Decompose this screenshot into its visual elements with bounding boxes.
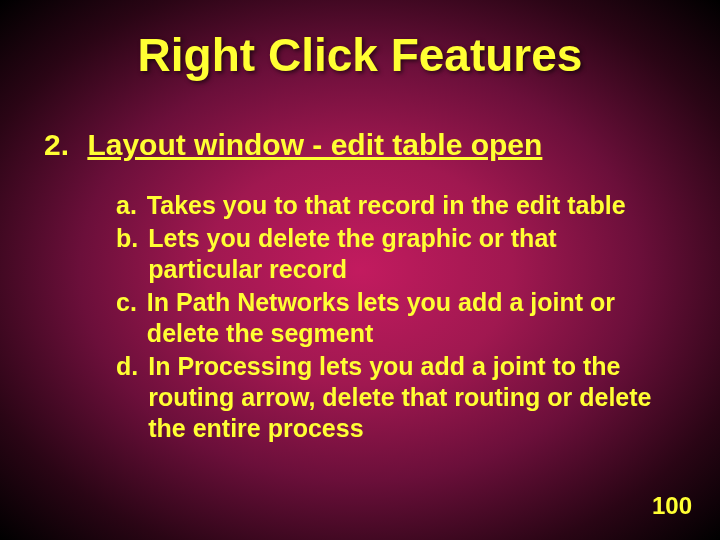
item-letter: c.: [116, 287, 137, 318]
list-item: a. Takes you to that record in the edit …: [116, 190, 656, 221]
item-text: Takes you to that record in the edit tab…: [147, 190, 656, 221]
slide: Right Click Features 2. Layout window - …: [0, 0, 720, 540]
item-text: Lets you delete the graphic or that part…: [148, 223, 656, 285]
list-item: b. Lets you delete the graphic or that p…: [116, 223, 656, 285]
section-text: Layout window - edit table open: [87, 128, 542, 161]
item-letter: b.: [116, 223, 138, 254]
item-text: In Processing lets you add a joint to th…: [148, 351, 656, 444]
slide-title: Right Click Features: [36, 28, 684, 82]
list-item: d. In Processing lets you add a joint to…: [116, 351, 656, 444]
section-number: 2.: [44, 128, 69, 162]
section-heading: 2. Layout window - edit table open: [44, 128, 684, 162]
page-number: 100: [652, 492, 692, 520]
item-text: In Path Networks lets you add a joint or…: [147, 287, 656, 349]
item-letter: d.: [116, 351, 138, 382]
item-letter: a.: [116, 190, 137, 221]
item-list: a. Takes you to that record in the edit …: [116, 190, 656, 444]
list-item: c. In Path Networks lets you add a joint…: [116, 287, 656, 349]
